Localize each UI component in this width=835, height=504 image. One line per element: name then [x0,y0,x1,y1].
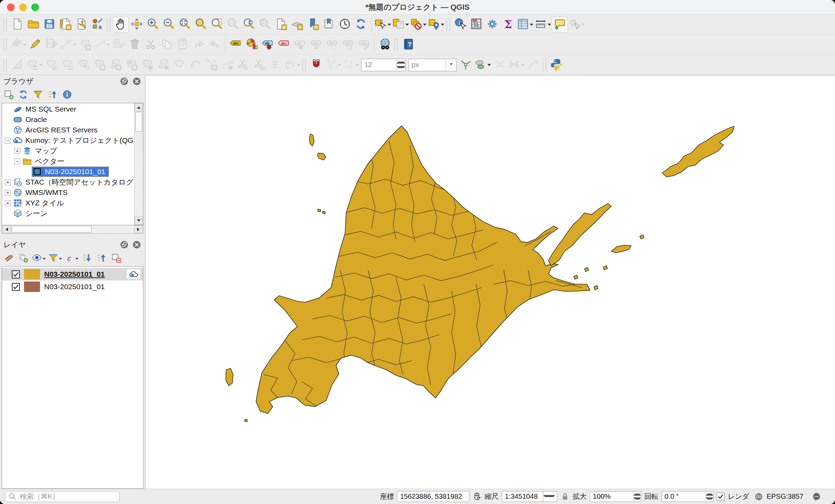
dropdown-arrow-icon[interactable] [521,64,525,68]
toggle-editing-button[interactable] [27,37,43,53]
pan-map-button[interactable] [113,17,129,33]
toolbar-grip[interactable] [302,58,306,72]
dropdown-arrow-icon[interactable] [388,24,391,27]
toolbar-grip[interactable] [3,58,7,72]
manage-map-themes-button[interactable] [31,252,46,265]
zoom-out-button[interactable] [161,17,177,33]
scroll-left-button[interactable] [2,225,11,233]
dropdown-arrow-icon[interactable] [73,44,76,48]
browser-horizontal-scrollbar[interactable] [2,225,143,234]
browser-item-kumoy-qgi[interactable]: −Kumoy: テストプロジェクト(QGI [2,135,134,146]
add-group-button[interactable] [17,252,30,265]
toolbar-grip[interactable] [543,58,546,72]
dropdown-arrow-icon[interactable] [39,64,42,68]
scroll-down-button[interactable] [135,217,143,225]
map-canvas[interactable] [145,75,835,489]
style-manager-button[interactable]: a [89,17,105,33]
snapping-tolerance-spinbox[interactable]: 12 [361,59,406,71]
layer-labeling-options-button[interactable]: abc [228,37,244,53]
deselect-features-button[interactable] [409,17,427,33]
browser-item-stac-[interactable]: +STAC（時空間アセットカタログ） [2,177,134,187]
zoom-in-button[interactable] [145,17,161,33]
dropdown-arrow-icon[interactable] [487,64,491,68]
measure-button[interactable] [534,17,552,33]
temporal-controller-button[interactable] [337,17,353,33]
select-features-by-value-button[interactable] [392,17,409,33]
browser-item-xyz-[interactable]: +XYZ タイル [2,198,134,208]
enable-properties-widget-button[interactable] [61,89,74,102]
identify-features-button[interactable]: i [452,17,468,33]
layers-float-button[interactable] [119,240,129,250]
show-spatial-bookmarks-button[interactable] [321,17,337,33]
browser-item--[interactable]: +マップ [2,146,134,156]
dropdown-arrow-icon[interactable] [405,24,409,27]
collapse-all-button[interactable] [46,89,59,102]
open-project-button[interactable] [25,17,41,33]
messages-icon[interactable] [812,492,821,501]
dropdown-arrow-icon[interactable] [581,24,585,27]
select-features-button[interactable] [374,17,392,33]
browser-item-oracle[interactable]: Oracle [2,114,134,125]
topological-editing-button[interactable] [458,57,474,73]
crs-status[interactable]: EPSG:3857 [766,493,803,501]
zoom-full-button[interactable] [177,17,193,33]
coordinate-input[interactable] [397,493,469,501]
pin-labels-button[interactable]: ab [260,37,276,53]
avoid-overlap-button[interactable] [474,57,492,73]
layers-close-button[interactable] [132,240,142,250]
dropdown-arrow-icon[interactable] [441,24,444,27]
browser-item--[interactable]: シーン [2,208,134,219]
dropdown-arrow-icon[interactable] [106,44,110,48]
dropdown-arrow-icon[interactable] [356,64,359,68]
browser-item-wms-wmts[interactable]: +WMS/WMTS [2,187,134,198]
scroll-up-button[interactable] [135,103,143,112]
tree-expander-icon[interactable]: + [5,179,11,185]
python-console-button[interactable] [549,57,565,73]
tree-expander-icon[interactable]: − [14,158,20,164]
browser-item-ms-sql-server[interactable]: MS SQL Server [2,104,134,114]
map-tips-button[interactable] [552,17,568,33]
scale-combobox[interactable] [502,491,557,502]
filter-browser-button[interactable] [31,89,45,102]
dock-splitter[interactable] [0,234,145,238]
browser-item--[interactable]: −ベクター [2,156,134,166]
tree-expander-icon[interactable]: + [5,200,11,206]
layer-row[interactable]: N03-20250101_01 [2,281,143,293]
scroll-thumb[interactable] [11,226,92,233]
zoom-last-button[interactable] [241,17,257,33]
toolbar-grip[interactable] [107,18,110,31]
dropdown-arrow-icon[interactable] [423,24,427,27]
toolbar-grip[interactable] [395,38,398,51]
scroll-right-button[interactable] [134,225,143,233]
highlight-pinned-labels-button[interactable]: abc [276,37,292,53]
layer-diagram-options-button[interactable] [244,37,260,53]
layer-row[interactable]: N03-20250101_01 [2,268,143,281]
mouse-position-icon[interactable] [472,492,482,501]
search-input[interactable] [19,492,117,501]
rotation-spinbox[interactable] [661,491,714,502]
new-spatial-bookmark-button[interactable] [305,17,321,33]
toolbar-grip[interactable] [446,18,450,31]
statistical-summary-button[interactable]: Σ [500,17,516,33]
rotation-input[interactable] [662,493,706,501]
enable-snapping-button[interactable] [308,57,324,73]
refresh-browser-button[interactable] [17,89,30,102]
layer-visibility-checkbox[interactable] [12,270,20,278]
show-layout-manager-button[interactable] [73,17,89,33]
remove-layer-button[interactable] [110,252,123,265]
filter-by-expression-button[interactable]: ε [64,252,79,265]
scroll-thumb[interactable] [135,112,142,131]
expand-all-button[interactable] [80,252,94,265]
browser-item-arcgis-rest-servers[interactable]: ArcGIS REST Servers [2,125,134,135]
dropdown-arrow-icon[interactable] [530,24,533,27]
dropdown-arrow-icon[interactable] [548,24,551,27]
browser-item-n03-20250101_01[interactable]: N03-20250101_01 [2,166,134,177]
magnifier-spinbox[interactable] [590,491,641,502]
new-project-button[interactable] [9,17,25,33]
dropdown-arrow-icon[interactable] [338,64,341,68]
help-button[interactable]: ? [400,37,416,53]
magnifier-input[interactable] [590,493,633,501]
locator-search[interactable] [5,491,120,502]
render-checkbox[interactable] [717,493,725,501]
layer-visibility-checkbox[interactable] [12,283,20,291]
